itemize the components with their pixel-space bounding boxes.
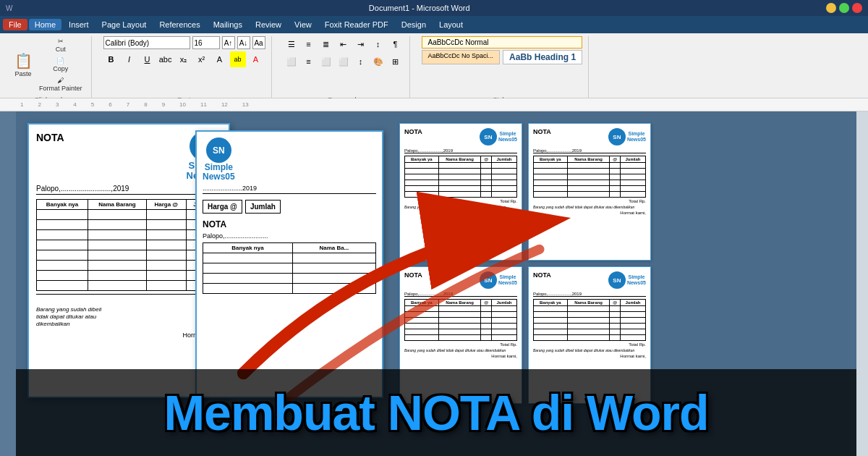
align-right-button[interactable]: ⬜ — [318, 54, 334, 69]
menu-foxit[interactable]: Foxit Reader PDF — [319, 19, 394, 30]
menu-references[interactable]: References — [153, 19, 205, 30]
italic-button[interactable]: I — [122, 51, 137, 67]
nota-header-mid: SN SimpleNews05 — [203, 138, 376, 182]
col-header-harga: Harga @ — [203, 200, 242, 214]
cut-button[interactable]: ✂ Cut — [36, 36, 85, 54]
small-nota-title-1: NOTA — [404, 128, 422, 135]
font-family-select[interactable] — [103, 36, 190, 49]
small-hormat-4: Hormat kami, — [533, 354, 646, 358]
menu-view[interactable]: View — [289, 19, 318, 30]
t4c4: Jumlah — [620, 300, 645, 306]
shading-button[interactable]: 🎨 — [370, 54, 386, 69]
table-row — [534, 186, 646, 192]
font-decrease-button[interactable]: A↓ — [237, 36, 250, 49]
menu-mailings[interactable]: Mailings — [208, 19, 248, 30]
minimize-button[interactable] — [826, 3, 836, 13]
style-normal[interactable]: AaBbCcDc Normal — [422, 36, 583, 48]
table-row — [37, 260, 221, 270]
t4c1: Banyak ya — [534, 300, 568, 306]
menu-home[interactable]: Home — [29, 19, 61, 30]
sort-button[interactable]: ↕ — [370, 36, 386, 52]
underline-button[interactable]: U — [140, 51, 156, 67]
table-row — [405, 163, 517, 169]
format-painter-button[interactable]: 🖌 Format Painter — [36, 75, 85, 93]
paragraph-group: ☰ ≡ ≣ ⇤ ⇥ ↕ ¶ ⬜ ≡ ⬜ ⬜ ↕ 🎨 — [278, 36, 410, 104]
style-heading1[interactable]: AaBb Heading 1 — [503, 50, 582, 64]
right-scrollbar[interactable] — [856, 111, 868, 456]
font-increase-button[interactable]: A↑ — [222, 36, 235, 49]
table-row — [37, 219, 221, 229]
col-nama-mid: Nama Ba... — [292, 243, 375, 253]
small-logo-circle-3: SN — [480, 271, 497, 289]
copy-button[interactable]: 📄 Copy — [36, 56, 85, 74]
strikethrough-button[interactable]: abc — [158, 51, 174, 67]
table-row — [405, 318, 517, 324]
paste-button[interactable]: 📋 Paste — [12, 51, 35, 79]
font-group: A↑ A↓ Aa B I U abc x₂ x² A ab A — [98, 36, 272, 104]
superscript-button[interactable]: x² — [194, 51, 210, 67]
menu-insert[interactable]: Insert — [63, 19, 95, 30]
bottom-title-overlay: Membuat NOTA di Word — [16, 369, 856, 456]
table-row — [37, 280, 221, 290]
table-row — [405, 329, 517, 335]
menu-review[interactable]: Review — [250, 19, 287, 30]
cut-icon: ✂ — [58, 38, 64, 45]
increase-indent-button[interactable]: ⇥ — [353, 36, 369, 52]
menu-design[interactable]: Design — [396, 19, 432, 30]
highlight-button[interactable]: ab — [230, 51, 246, 67]
show-hide-button[interactable]: ¶ — [388, 36, 404, 52]
clear-format-button[interactable]: Aa — [252, 36, 265, 49]
justify-button[interactable]: ⬜ — [336, 54, 352, 69]
table-row — [405, 180, 517, 186]
menu-page-layout[interactable]: Page Layout — [96, 19, 153, 30]
font-size-select[interactable] — [192, 36, 220, 49]
small-logo-text-4: SimpleNews05 — [627, 274, 646, 285]
footer-text-main: Barang yang sudah dibelitidak dapat ditu… — [36, 306, 221, 329]
palopo-mid: Palopo,........................ — [203, 232, 376, 240]
borders-button[interactable]: ⊞ — [388, 54, 404, 69]
table-row — [534, 312, 646, 318]
subscript-button[interactable]: x₂ — [176, 51, 192, 67]
bold-button[interactable]: B — [103, 51, 119, 67]
paste-label: Paste — [14, 70, 31, 77]
style-no-spacing[interactable]: AaBbCcDc No Spaci... — [422, 50, 501, 64]
small-table-2: Banyak yaNama Barang@Jumlah — [533, 156, 646, 198]
font-color-button[interactable]: A — [248, 51, 264, 67]
table-row — [405, 174, 517, 180]
menu-file[interactable]: File — [3, 19, 27, 30]
line-spacing-button[interactable]: ↕ — [353, 54, 369, 69]
palopo-line-mid: ......................2019 — [203, 185, 376, 194]
table-row — [534, 192, 646, 198]
table-row — [534, 169, 646, 174]
small-footer-3: Barang yang sudah dibeli tidak dapat dit… — [404, 348, 517, 352]
format-painter-icon: 🖌 — [57, 77, 64, 84]
menu-layout[interactable]: Layout — [433, 19, 469, 30]
close-button[interactable] — [852, 3, 862, 13]
t2c3: @ — [610, 156, 621, 163]
small-logo-4: SN SimpleNews05 — [608, 271, 646, 289]
small-nota-title-4: NOTA — [533, 271, 551, 279]
numbering-button[interactable]: ≡ — [301, 36, 317, 52]
col-banyak-mid: Banyak nya — [203, 243, 293, 253]
clipboard-buttons: 📋 Paste ✂ Cut 📄 Copy 🖌 — [12, 36, 85, 93]
t2c1: Banyak ya — [534, 156, 568, 163]
align-center-button[interactable]: ≡ — [301, 54, 317, 69]
nota-title-main: NOTA — [36, 132, 64, 143]
table-row — [534, 335, 646, 341]
text-effects-button[interactable]: A — [212, 51, 228, 67]
para-row-2: ⬜ ≡ ⬜ ⬜ ↕ 🎨 ⊞ — [284, 54, 404, 69]
ruler: 12345 678910 111213 — [0, 98, 868, 111]
table-row — [405, 192, 517, 198]
small-doc-2: NOTA SN SimpleNews05 Palopo,............… — [528, 123, 651, 261]
multilevel-button[interactable]: ≣ — [318, 36, 334, 52]
align-left-button[interactable]: ⬜ — [284, 54, 299, 69]
bullets-button[interactable]: ☰ — [284, 36, 299, 52]
nota-header-main: NOTA SN SimpleNews05 — [36, 132, 221, 182]
t1c2: Nama Barang — [438, 156, 481, 163]
small-palopo-3: Palopo,...................,2019 — [404, 292, 517, 297]
decrease-indent-button[interactable]: ⇤ — [336, 36, 352, 52]
small-nota-header-1: NOTA SN SimpleNews05 — [404, 128, 517, 145]
table-row — [534, 329, 646, 335]
table-row — [405, 186, 517, 192]
maximize-button[interactable] — [839, 3, 849, 13]
